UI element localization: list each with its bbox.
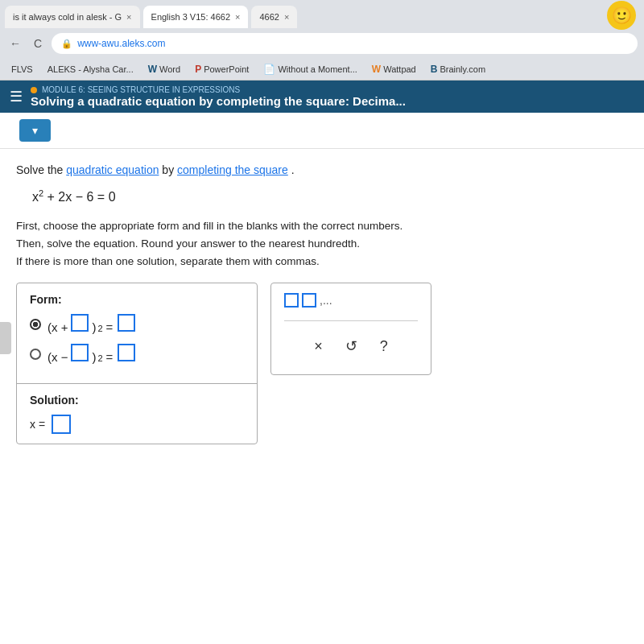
keypad-dot1: [284, 293, 299, 308]
keypad-ellipsis: ,...: [320, 294, 332, 307]
tab-bar: is it always cold in alesk - G × English…: [0, 0, 644, 29]
bookmark-word[interactable]: W Word: [143, 62, 185, 76]
brainly-icon: B: [431, 64, 438, 75]
aleks-header: ☰ MODULE 6: SEEING STRUCTURE IN EXPRESSI…: [0, 80, 644, 113]
form-section: Form: (x + )2 =: [17, 283, 257, 384]
instruction-line1: First, choose the appropriate form and f…: [16, 217, 628, 235]
hamburger-icon[interactable]: ☰: [10, 88, 23, 105]
chevron-down-icon: ▾: [32, 124, 38, 137]
completing-square-link[interactable]: completing the square: [177, 163, 288, 176]
form-option-1[interactable]: (x + )2 =: [30, 314, 244, 334]
browser-chrome: is it always cold in alesk - G × English…: [0, 0, 644, 80]
bookmark-wattpad[interactable]: W Wattpad: [367, 62, 421, 76]
keypad-undo-button[interactable]: ↺: [342, 334, 361, 358]
equation-display: x2 + 2x − 6 = 0: [32, 188, 628, 204]
instruction-line2: Then, solve the equation. Round your ans…: [16, 235, 628, 253]
back-button[interactable]: ←: [6, 35, 24, 52]
keypad-dot2: [302, 293, 316, 308]
lock-icon: 🔒: [61, 39, 72, 49]
aleks-header-content: MODULE 6: SEEING STRUCTURE IN EXPRESSION…: [31, 85, 406, 108]
intro-text: Solve the: [16, 163, 63, 176]
main-content: Solve the quadratic equation by completi…: [0, 149, 644, 457]
tab-1-close[interactable]: ×: [126, 12, 131, 22]
bookmark-flvs-label: FLVS: [11, 64, 33, 74]
powerpoint-icon: P: [195, 64, 201, 75]
module-label-text: MODULE 6: SEEING STRUCTURE IN EXPRESSION…: [42, 85, 240, 94]
smiley-icon: 🙂: [607, 1, 636, 30]
middle-text: by: [162, 163, 177, 176]
bookmark-powerpoint[interactable]: P PowerPoint: [190, 62, 254, 76]
solution-label: Solution:: [30, 394, 244, 407]
tab-2[interactable]: English 3 V15: 4662 ×: [143, 6, 249, 28]
word-icon: W: [148, 64, 157, 75]
solution-input[interactable]: [52, 415, 71, 434]
address-text: www-awu.aleks.com: [77, 38, 165, 49]
tab-1[interactable]: is it always cold in alesk - G ×: [5, 6, 140, 28]
radio-option2[interactable]: [30, 349, 41, 360]
bookmark-without-label: Without a Moment...: [278, 64, 357, 74]
form-option-2[interactable]: (x − )2 =: [30, 344, 244, 364]
bookmark-powerpoint-label: PowerPoint: [204, 64, 249, 74]
quadratic-equation-link[interactable]: quadratic equation: [66, 163, 159, 176]
tab-3-label: 4662: [259, 12, 279, 22]
option2-input1[interactable]: [71, 344, 89, 361]
address-bar-row: ← C 🔒 www-awu.aleks.com: [0, 29, 644, 58]
instructions: First, choose the appropriate form and f…: [16, 217, 628, 270]
bookmark-wattpad-label: Wattpad: [383, 64, 416, 74]
keypad-dots-row: ,...: [284, 293, 418, 308]
reload-button[interactable]: C: [31, 35, 45, 52]
bookmark-without[interactable]: 📄 Without a Moment...: [258, 62, 361, 76]
address-bar[interactable]: 🔒 www-awu.aleks.com: [52, 33, 638, 54]
problem-intro: Solve the quadratic equation by completi…: [16, 162, 628, 179]
tab-2-close[interactable]: ×: [235, 12, 240, 22]
wattpad-icon: W: [372, 64, 381, 75]
solution-row: x =: [30, 415, 244, 434]
bookmark-brainly[interactable]: B Brainly.com: [426, 62, 490, 76]
two-column-layout: Form: (x + )2 =: [16, 283, 628, 444]
without-icon: 📄: [263, 64, 275, 75]
bookmark-aleks[interactable]: ALEKS - Alysha Car...: [43, 63, 138, 76]
instruction-line3: If there is more than one solution, sepa…: [16, 253, 628, 270]
option2-expr: (x − )2 =: [47, 344, 137, 364]
tab-3-close[interactable]: ×: [284, 12, 289, 22]
form-box: Form: (x + )2 =: [16, 283, 258, 444]
tab-2-label: English 3 V15: 4662: [151, 12, 230, 22]
bookmark-aleks-label: ALEKS - Alysha Car...: [47, 64, 134, 74]
page-title: Solving a quadratic equation by completi…: [31, 94, 406, 108]
module-label: MODULE 6: SEEING STRUCTURE IN EXPRESSION…: [31, 85, 406, 94]
option1-input1[interactable]: [71, 314, 89, 332]
tab-3[interactable]: 4662 ×: [251, 6, 297, 28]
side-arrow[interactable]: [0, 322, 11, 354]
bookmark-brainly-label: Brainly.com: [440, 64, 485, 74]
radio-option1[interactable]: [30, 319, 41, 330]
bookmark-flvs[interactable]: FLVS: [6, 63, 38, 76]
option1-expr: (x + )2 =: [47, 314, 137, 334]
keypad-action-row: × ↺ ?: [284, 328, 418, 365]
solution-section: Solution: x =: [17, 384, 257, 444]
dropdown-button[interactable]: ▾: [19, 119, 51, 142]
aleks-container: ☰ MODULE 6: SEEING STRUCTURE IN EXPRESSI…: [0, 80, 644, 644]
bookmark-word-label: Word: [159, 64, 180, 74]
end-text: .: [291, 163, 295, 176]
solution-x-label: x =: [30, 418, 45, 431]
option2-input2[interactable]: [118, 344, 135, 361]
tab-1-label: is it always cold in alesk - G: [13, 12, 122, 22]
module-dot: [31, 87, 37, 93]
form-label: Form:: [30, 293, 244, 306]
keypad-panel: ,... × ↺ ?: [270, 283, 431, 375]
option1-input2[interactable]: [118, 314, 135, 332]
keypad-clear-button[interactable]: ×: [311, 335, 326, 358]
keypad-help-button[interactable]: ?: [377, 335, 391, 358]
bookmarks-bar: FLVS ALEKS - Alysha Car... W Word P Powe…: [0, 58, 644, 80]
